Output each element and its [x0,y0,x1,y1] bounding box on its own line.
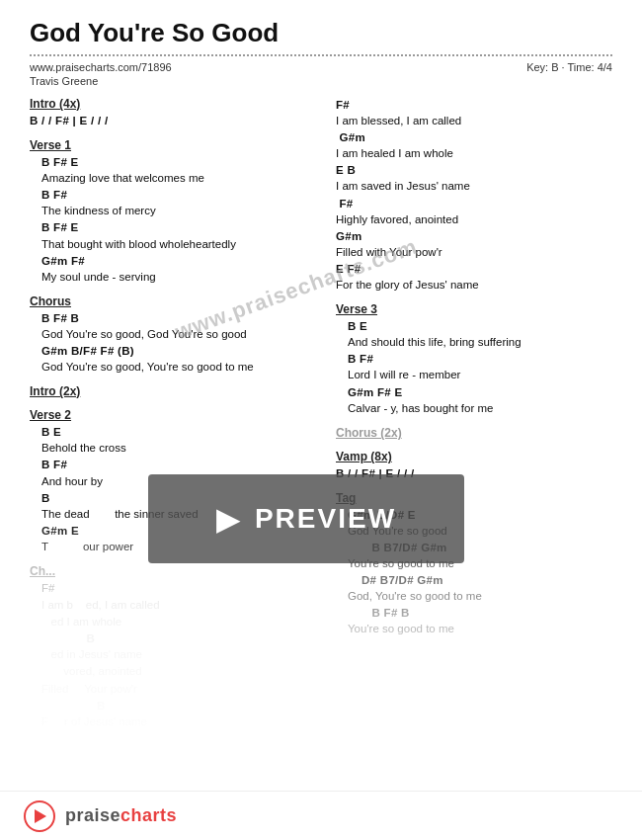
footer-play-triangle [35,809,46,823]
chorus-ref-text7: F r of Jesus' name [30,714,316,729]
preview-play-icon: ▶ [216,500,241,538]
verse2-chord-1: B E [30,424,316,440]
verse3-section: Verse 3 B E And should this life, bring … [336,302,612,416]
intro2-section: Intro (2x) [30,384,316,398]
rchord-3: E B [336,162,612,178]
verse1-chord-3: B F# E [30,219,316,235]
chorus-lyric-2: God You're so good, You're so good to me [30,359,316,375]
chorus-ref-label: Ch... [30,564,316,578]
tag-lyric-3: God, You're so good to me [336,588,612,604]
preview-box[interactable]: ▶ PREVIEW [148,474,464,563]
verse1-label: Verse 1 [30,138,316,152]
verse3-label: Verse 3 [336,302,612,316]
footer-brand-text: praisecharts [65,805,177,826]
verse1-chord-2: B F# [30,187,316,203]
verse1-section: Verse 1 B F# E Amazing love that welcome… [30,138,316,285]
footer: praisecharts [0,791,642,840]
v3lyric-1: And should this life, bring suffering [336,334,612,350]
chorus-ref-text5: vored, anointed [30,663,316,679]
sheet-music-page: God You're So Good www.praisecharts.com/… [0,0,642,840]
chorus-lyric-1: God You're so good, God You're so good [30,326,316,342]
intro2-label: Intro (2x) [30,384,316,398]
footer-logo [24,800,55,832]
intro-section: Intro (4x) B / / F# | E / / / [30,97,316,128]
chorus-ref-text4: ed in Jesus' name [30,646,316,662]
verse2-label: Verse 2 [30,408,316,422]
chorus-2x-section: Chorus (2x) [336,426,612,440]
song-key-time: Key: B · Time: 4/4 [526,61,612,73]
verse2-chord-2: B F# [30,457,316,472]
rchord-1: F# [336,97,612,113]
chorus-section: Chorus B F# B God You're so good, God Yo… [30,294,316,375]
verse1-lyric-1: Amazing love that welcomes me [30,170,316,186]
chorus-cont-section: F# I am blessed, I am called G#m I am he… [336,97,612,293]
verse1-lyric-2: The kindness of mercy [30,203,316,218]
chorus-ref-text3: ed I am whole [30,614,316,630]
title-divider [30,54,612,56]
verse1-chord-1: B F# E [30,154,316,170]
intro-label: Intro (4x) [30,97,316,111]
tag-chord-4: B F# B [336,605,612,621]
rchord-2: G#m [336,129,612,145]
verse1-lyric-4: My soul unde - serving [30,269,316,285]
intro-chords: B / / F# | E / / / [30,113,316,128]
left-column: Intro (4x) B / / F# | E / / / Verse 1 B … [30,97,316,739]
chorus-ref-text1: F# [30,580,316,596]
v3chord-2: B F# [336,351,612,367]
author-row: Travis Greene [30,75,612,87]
song-title: God You're So Good [30,18,612,48]
v3chord-1: B E [336,318,612,334]
rchord-5: G#m [336,228,612,244]
chorus-label: Chorus [30,294,316,308]
chorus-ref-section: Ch... F# I am b ed, I am called ed I am … [30,564,316,729]
rlyric-6: For the glory of Jesus' name [336,277,612,293]
rchord-4: F# [336,196,612,211]
tag-lyric-4: You're so good to me [336,621,612,636]
v3chord-3: G#m F# E [336,384,612,400]
preview-label: PREVIEW [255,503,396,535]
chorus-ref-text6: Filled Your pow'r [30,681,316,697]
song-url: www.praisecharts.com/71896 [30,61,172,73]
right-column: F# I am blessed, I am called G#m I am he… [336,97,612,739]
meta-row: www.praisecharts.com/71896 Key: B · Time… [30,61,612,73]
v3lyric-3: Calvar - y, has bought for me [336,400,612,416]
content-columns: Intro (4x) B / / F# | E / / / Verse 1 B … [30,97,612,739]
rlyric-2: I am healed I am whole [336,145,612,161]
chorus-chord-1: B F# B [30,310,316,326]
chorus-chord-2: G#m B/F# F# (B) [30,343,316,359]
chorus-2x-label: Chorus (2x) [336,426,612,440]
chorus-ref-chord2: B [30,698,316,714]
vamp-label: Vamp (8x) [336,450,612,463]
v3lyric-2: Lord I will re - member [336,367,612,382]
rlyric-4: Highly favored, anointed [336,211,612,227]
chorus-ref-text2: I am b ed, I am called [30,597,316,613]
song-author: Travis Greene [30,75,98,87]
rchord-6: E F# [336,261,612,277]
verse2-lyric-1: Behold the cross [30,440,316,456]
verse1-lyric-3: That bought with blood wholeheartedly [30,236,316,252]
verse1-chord-4: G#m F# [30,253,316,269]
chorus-ref-chord1: B [30,630,316,646]
rlyric-3: I am saved in Jesus' name [336,178,612,194]
rlyric-5: Filled with Your pow'r [336,244,612,260]
rlyric-1: I am blessed, I am called [336,113,612,128]
tag-chord-3: D# B7/D# G#m [336,572,612,588]
